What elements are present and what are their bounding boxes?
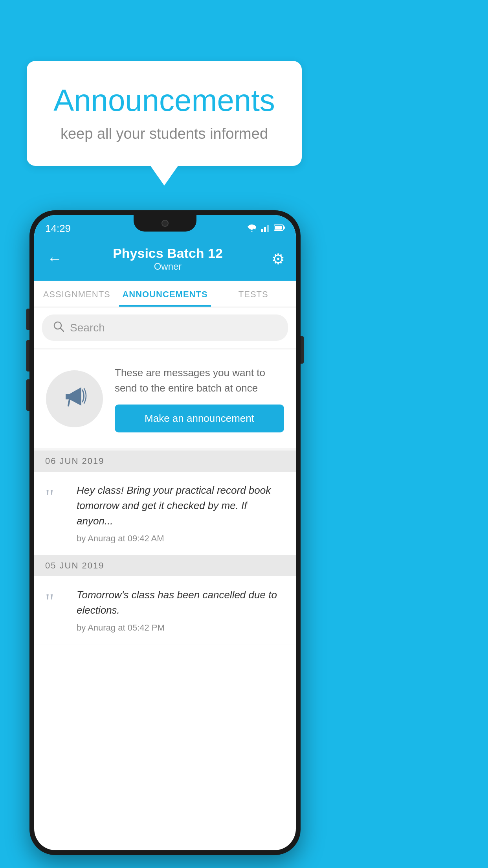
svg-rect-1 [264,227,266,232]
announcement-text-2: Tomorrow's class has been cancelled due … [77,587,285,618]
search-placeholder: Search [70,322,105,334]
signal-icon [261,223,270,234]
content-area: Search [34,307,296,644]
search-bar[interactable]: Search [42,314,288,341]
svg-line-8 [68,399,70,406]
tab-announcements[interactable]: ANNOUNCEMENTS [119,281,211,307]
svg-rect-0 [261,229,263,232]
app-bar-subtitle: Owner [64,261,272,272]
back-button[interactable]: ← [45,248,64,269]
announcement-content-1: Hey class! Bring your practical record b… [77,483,285,544]
status-time: 14:29 [45,223,71,235]
wifi-icon [246,223,257,234]
date-separator-1: 06 JUN 2019 [34,451,296,472]
announcement-meta-2: by Anurag at 05:42 PM [77,623,285,633]
announcement-item-2[interactable]: " Tomorrow's class has been cancelled du… [34,576,296,644]
speech-bubble-section: Announcements keep all your students inf… [27,61,302,186]
power-button [301,336,304,364]
gear-icon[interactable]: ⚙ [272,250,285,268]
speech-bubble-title: Announcements [50,83,278,118]
search-icon [53,321,64,335]
phone-frame: 14:29 [29,210,301,855]
announce-prompt-text: These are messages you want to send to t… [115,365,284,396]
volume-up-button [26,340,29,371]
speech-bubble: Announcements keep all your students inf… [27,61,302,166]
svg-rect-5 [284,226,285,229]
svg-rect-4 [275,226,282,230]
make-announcement-button[interactable]: Make an announcement [115,405,284,432]
announcement-meta-1: by Anurag at 09:42 AM [77,533,285,544]
tab-tests[interactable]: TESTS [211,281,296,307]
quote-icon-1: " [45,483,67,508]
announcement-text-1: Hey class! Bring your practical record b… [77,483,285,529]
phone-notch [134,215,196,232]
quote-icon-2: " [45,587,67,612]
camera-dot [161,220,169,227]
speech-bubble-subtitle: keep all your students informed [50,125,278,142]
svg-rect-2 [267,225,269,232]
announce-icon-circle [46,370,103,427]
app-bar: ← Physics Batch 12 Owner ⚙ [34,239,296,281]
announce-prompt-right: These are messages you want to send to t… [115,365,284,432]
announcement-item-1[interactable]: " Hey class! Bring your practical record… [34,472,296,555]
svg-line-7 [61,328,64,331]
volume-mute-button [26,309,29,330]
tab-assignments[interactable]: ASSIGNMENTS [34,281,119,307]
announcement-prompt: These are messages you want to send to t… [34,349,296,448]
volume-down-button [26,379,29,411]
announcement-content-2: Tomorrow's class has been cancelled due … [77,587,285,633]
search-bar-section: Search [34,307,296,348]
app-bar-center: Physics Batch 12 Owner [64,246,272,272]
speech-bubble-tail [150,166,178,186]
battery-icon [274,224,285,233]
megaphone-icon [60,381,89,417]
status-icons [246,223,285,234]
date-separator-2: 05 JUN 2019 [34,555,296,576]
tab-bar: ASSIGNMENTS ANNOUNCEMENTS TESTS [34,281,296,307]
phone-mockup: 14:29 [29,210,301,855]
app-bar-title: Physics Batch 12 [64,246,272,261]
phone-screen: 14:29 [34,215,296,850]
